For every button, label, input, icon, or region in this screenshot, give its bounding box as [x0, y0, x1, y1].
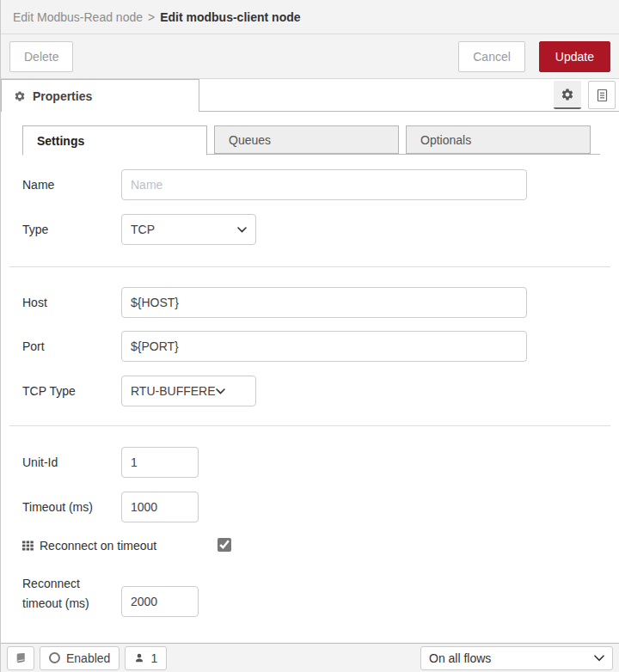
breadcrumb-parent[interactable]: Edit Modbus-Read node [13, 10, 143, 24]
tab-properties[interactable]: Properties [1, 79, 199, 112]
book-icon [15, 652, 27, 664]
type-select[interactable]: TCP [121, 214, 256, 245]
enabled-label: Enabled [66, 651, 110, 665]
unit-id-field[interactable] [121, 447, 199, 478]
tab-settings[interactable]: Settings [22, 125, 207, 156]
unit-id-row: Unit-Id [22, 447, 619, 478]
tray-tab-buttons [554, 81, 616, 109]
breadcrumb-separator: > [148, 10, 155, 24]
tcp-type-row: TCP Type RTU-BUFFERED [22, 376, 619, 406]
name-field[interactable] [121, 169, 527, 200]
tab-properties-label: Properties [33, 89, 92, 103]
tab-queues[interactable]: Queues [214, 125, 399, 154]
timeout-row: Timeout (ms) [22, 492, 619, 522]
timeout-label: Timeout (ms) [22, 500, 121, 514]
name-row: Name [22, 169, 619, 200]
enabled-toggle-button[interactable]: Enabled [40, 646, 120, 670]
reconnect-on-timeout-label: Reconnect on timeout [40, 539, 156, 553]
reconnect-checkbox[interactable] [218, 538, 231, 552]
host-label: Host [22, 296, 121, 309]
update-button[interactable]: Update [539, 41, 610, 72]
edit-node-dialog: Edit Modbus-Read node > Edit modbus-clie… [0, 0, 619, 672]
breadcrumb-current: Edit modbus-client node [160, 10, 300, 24]
chevron-down-icon [216, 388, 225, 394]
reconnect-on-timeout-row: Reconnect on timeout [22, 536, 619, 555]
breadcrumb: Edit Modbus-Read node > Edit modbus-clie… [1, 0, 619, 34]
tab-optionals[interactable]: Optionals [406, 125, 591, 154]
properties-toggle-button[interactable] [554, 81, 581, 109]
tray-tab-bar: Properties [1, 79, 619, 112]
tab-optionals-label: Optionals [420, 133, 471, 147]
dialog-footer: Enabled 1 On all flows [1, 643, 619, 672]
host-field[interactable] [121, 287, 527, 318]
reconnect-timeout-row: Reconnect timeout (ms) [22, 574, 619, 617]
reconnect-timeout-field[interactable] [121, 586, 199, 617]
tcp-type-select-value: RTU-BUFFERED [131, 384, 216, 398]
book-button[interactable] [7, 646, 34, 670]
port-label: Port [22, 339, 121, 353]
port-row: Port [22, 331, 619, 362]
cancel-button[interactable]: Cancel [458, 41, 525, 72]
deploy-scope-select[interactable]: On all flows [420, 646, 613, 670]
chevron-down-icon [594, 655, 604, 662]
section-divider [9, 425, 610, 426]
tab-settings-label: Settings [37, 134, 84, 148]
unit-id-label: Unit-Id [22, 455, 121, 469]
description-icon [596, 89, 609, 102]
grid-icon [22, 541, 34, 551]
gear-icon [14, 90, 26, 102]
timeout-field[interactable] [121, 492, 199, 522]
deploy-scope-value: On all flows [429, 651, 594, 665]
delete-button[interactable]: Delete [9, 41, 73, 72]
gear-icon [561, 88, 574, 101]
dialog-toolbar: Delete Cancel Update [1, 34, 619, 79]
user-count-button[interactable]: 1 [125, 646, 167, 670]
tcp-type-label: TCP Type [22, 384, 121, 398]
section-divider [9, 266, 610, 267]
user-icon [134, 652, 144, 663]
tab-queues-label: Queues [229, 133, 271, 147]
user-count: 1 [150, 651, 157, 665]
settings-tab-bar: Settings Queues Optionals [22, 125, 600, 155]
name-label: Name [22, 178, 121, 192]
type-row: Type TCP [22, 214, 619, 245]
port-field[interactable] [121, 331, 527, 362]
host-row: Host [22, 287, 619, 318]
type-select-value: TCP [131, 223, 237, 236]
tcp-type-select[interactable]: RTU-BUFFERED [121, 376, 256, 406]
circle-icon [49, 652, 60, 663]
description-toggle-button[interactable] [588, 81, 616, 109]
reconnect-timeout-label: Reconnect timeout (ms) [22, 574, 121, 614]
chevron-down-icon [237, 227, 247, 233]
type-label: Type [22, 223, 121, 236]
